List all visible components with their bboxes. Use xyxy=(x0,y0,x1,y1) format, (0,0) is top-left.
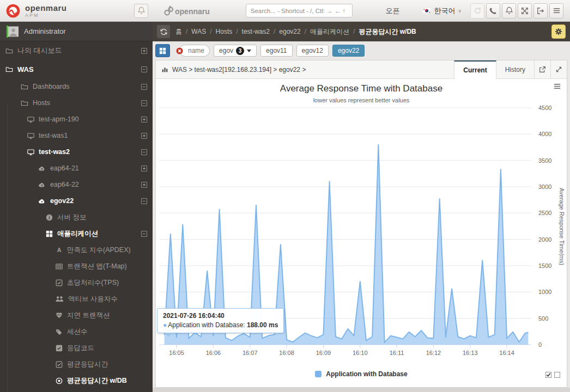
sidebar-item--apdex-[interactable]: A만족도 지수(APDEX) xyxy=(0,242,153,258)
sidebar-item-label: WAS xyxy=(17,65,34,74)
check-square-icon xyxy=(56,279,63,286)
collapse-icon[interactable]: − xyxy=(141,100,147,106)
expand-icon[interactable]: + xyxy=(141,182,147,188)
remove-filter-icon[interactable] xyxy=(175,47,184,55)
sidebar-item-dashboards[interactable]: Dashboards− xyxy=(0,78,153,95)
filter-chip-egov22[interactable]: egov22 xyxy=(332,45,365,57)
sidebar-item-hosts[interactable]: Hosts− xyxy=(0,95,153,111)
collapse-icon[interactable]: − xyxy=(141,231,147,237)
chevron-down-icon: ∨ xyxy=(458,8,462,14)
sidebar-item-test-was1[interactable]: test-was1+ xyxy=(0,127,153,144)
language-selector[interactable]: 한국어 ∨ xyxy=(422,6,462,16)
chart-legend[interactable]: Application with Database xyxy=(156,370,567,378)
apdex-icon: A xyxy=(56,247,63,254)
tab-history[interactable]: History xyxy=(496,60,534,78)
breadcrumb-item[interactable]: 애플리케이션 xyxy=(310,27,349,36)
sidebar-item--[interactable]: 나의 대시보드+ xyxy=(0,41,153,60)
collapse-icon[interactable]: − xyxy=(141,66,147,72)
sidebar-item-test-was2[interactable]: test-was2− xyxy=(0,144,153,160)
collapse-icon[interactable]: − xyxy=(141,198,147,204)
sidebar-item-eap64-22[interactable]: eap64-22+ xyxy=(0,176,153,193)
notifications-button[interactable] xyxy=(134,4,148,18)
admin-label: Administrator xyxy=(24,27,66,35)
sidebar-item-label: egov22 xyxy=(50,197,74,205)
svg-text:16:10: 16:10 xyxy=(353,350,368,356)
svg-text:3500: 3500 xyxy=(538,157,551,164)
sidebar-item-test-apm-190[interactable]: test-apm-190+ xyxy=(0,111,153,127)
breadcrumb-item[interactable]: Hosts xyxy=(216,28,233,35)
breadcrumb-separator: / xyxy=(305,28,306,35)
sidebar-item--[interactable]: 평균응답시간 xyxy=(0,356,153,372)
svg-text:16:11: 16:11 xyxy=(390,350,404,356)
filter-chip-egov11[interactable]: egov11 xyxy=(260,45,292,57)
bell-button[interactable] xyxy=(502,3,516,19)
check-square-icon xyxy=(56,361,63,368)
settings-button[interactable] xyxy=(551,24,566,39)
sidebar-item--[interactable]: 서버 정보 xyxy=(0,209,153,225)
sidebar-item--tps-[interactable]: 초당처리수(TPS) xyxy=(0,274,153,291)
legend-symbol xyxy=(315,371,322,377)
expand-icon[interactable]: + xyxy=(141,117,147,122)
breadcrumb: 홈/WAS/Hosts/test-was2/egov22/애플리케이션/평균응답… xyxy=(175,27,416,36)
chart-context-menu-button[interactable] xyxy=(553,82,561,90)
sidebar-item--[interactable]: 애플리케이션− xyxy=(0,225,153,242)
svg-text:2500: 2500 xyxy=(538,210,551,216)
openmaru-logo-icon xyxy=(5,3,21,19)
sidebar-item--[interactable]: 액티브 사용자수 xyxy=(0,291,153,307)
tab-current[interactable]: Current xyxy=(454,60,496,79)
view-toggle-button[interactable] xyxy=(155,44,170,57)
phone-button[interactable] xyxy=(486,3,500,19)
tooltip-value: 188.00 ms xyxy=(247,321,278,329)
svg-text:16:05: 16:05 xyxy=(169,350,184,356)
svg-text:1500: 1500 xyxy=(538,262,551,269)
breadcrumb-item[interactable]: 평균응답시간 w/DB xyxy=(359,27,416,36)
refresh-button[interactable] xyxy=(157,25,170,38)
sidebar-item--[interactable]: 응답코드 xyxy=(0,340,153,356)
top-navbar: openmaru APM opennaru 오픈 한국어 ∨ xyxy=(0,0,570,22)
breadcrumb-item[interactable]: egov22 xyxy=(279,28,300,35)
sidebar-item-label: test-was1 xyxy=(39,132,68,139)
checkbox-empty-icon[interactable] xyxy=(554,372,560,378)
refresh-circle-button[interactable] xyxy=(470,3,484,19)
sidebar-item-was[interactable]: WAS− xyxy=(0,60,153,78)
chart-toggle-checkboxes xyxy=(545,372,560,378)
sidebar-item--[interactable]: 지연 트랜잭션 xyxy=(0,307,153,323)
breadcrumb-item[interactable]: test-was2 xyxy=(242,28,270,35)
sidebar-item--t-map-[interactable]: 트랜잭션 맵(T-Map) xyxy=(0,258,153,274)
fullscreen-button[interactable] xyxy=(550,60,567,78)
sidebar-item--w-db[interactable]: 평균응답시간 w/DB xyxy=(0,372,153,389)
tooltip-timestamp: 2021-07-26 16:04:40 xyxy=(163,312,278,320)
sign-out-button[interactable] xyxy=(533,3,548,19)
sidebar-item-label: test-was2 xyxy=(39,148,70,156)
collapse-icon[interactable]: − xyxy=(141,84,147,90)
svg-text:1000: 1000 xyxy=(538,289,551,295)
expand-icon[interactable]: + xyxy=(141,166,147,171)
checkbox-checked-icon[interactable] xyxy=(545,372,551,378)
expand-icon[interactable]: + xyxy=(141,133,147,139)
svg-text:4000: 4000 xyxy=(538,131,551,137)
sidebar-item-label: 액티브 사용자수 xyxy=(68,295,118,304)
filter-chip-egov12[interactable]: egov12 xyxy=(296,45,329,57)
info-icon xyxy=(46,214,53,221)
sidebar-user[interactable]: Administrator xyxy=(0,22,153,41)
filter-chip-egov[interactable]: egov3 xyxy=(214,45,257,57)
svg-text:16:06: 16:06 xyxy=(206,350,221,356)
sidebar-item-egov22[interactable]: egov22− xyxy=(0,193,153,209)
opennaru-logo: opennaru xyxy=(163,5,210,17)
collapse-icon[interactable]: − xyxy=(141,149,147,155)
folder-icon xyxy=(21,83,28,90)
expand-icon[interactable]: + xyxy=(141,48,147,54)
expand-arrows-button[interactable] xyxy=(518,3,532,19)
breadcrumb-item[interactable]: 홈 xyxy=(175,27,182,36)
breadcrumb-item[interactable]: WAS xyxy=(191,28,206,35)
svg-text:4500: 4500 xyxy=(538,105,551,111)
brand-name: openmaru xyxy=(25,4,67,12)
hamburger-icon xyxy=(553,82,561,90)
sign-out-icon xyxy=(537,7,544,15)
search-input[interactable] xyxy=(246,4,353,17)
sidebar-item-eap64-21[interactable]: eap64-21+ xyxy=(0,160,153,176)
filter-chip-name[interactable]: name xyxy=(179,45,210,57)
sidebar-item--[interactable]: 세션수 xyxy=(0,323,153,340)
menu-button[interactable] xyxy=(549,3,563,19)
external-link-button[interactable] xyxy=(534,60,550,78)
